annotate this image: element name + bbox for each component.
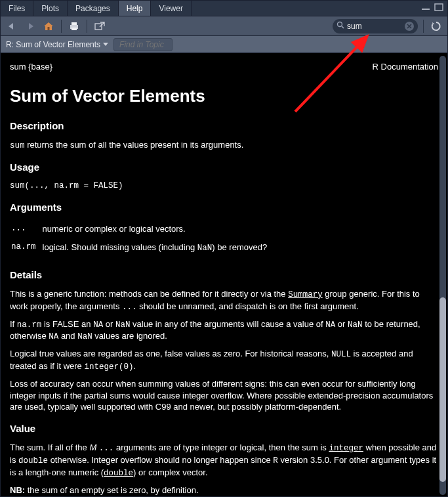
home-button[interactable] bbox=[41, 19, 56, 33]
arg-desc: logical. Should missing values (includin… bbox=[43, 240, 273, 258]
help-content[interactable]: sum {base} R Documentation Sum of Vector… bbox=[1, 53, 447, 497]
details-p3: Logical true values are regarded as one,… bbox=[10, 348, 438, 373]
link-integer[interactable]: integer bbox=[329, 444, 363, 453]
topic-title: R: Sum of Vector Elements bbox=[6, 40, 100, 49]
search-icon bbox=[336, 21, 344, 31]
heading-arguments: Arguments bbox=[10, 201, 438, 214]
doc-tag: sum {base} bbox=[10, 61, 52, 73]
value-p2: NB: the sum of an empty set is zero, by … bbox=[10, 485, 438, 496]
usage-code: sum(..., na.rm = FALSE) bbox=[10, 181, 438, 192]
clear-search-button[interactable] bbox=[405, 22, 414, 31]
arguments-table: ... numeric or complex or logical vector… bbox=[10, 221, 274, 259]
maximize-pane-icon[interactable] bbox=[434, 3, 443, 13]
topic-bar: R: Sum of Vector Elements bbox=[1, 36, 447, 53]
tab-viewer[interactable]: Viewer bbox=[151, 1, 191, 16]
svg-rect-5 bbox=[71, 28, 77, 30]
help-toolbar bbox=[1, 16, 447, 36]
minimize-pane-icon[interactable] bbox=[421, 3, 430, 13]
details-p2: If na.rm is FALSE an NA or NaN value in … bbox=[10, 318, 438, 343]
details-p1: This is a generic function: methods can … bbox=[10, 288, 438, 313]
svg-rect-1 bbox=[435, 4, 443, 11]
search-box[interactable] bbox=[333, 19, 418, 33]
svg-point-7 bbox=[338, 22, 342, 27]
pane-tabs: Files Plots Packages Help Viewer bbox=[1, 1, 447, 16]
heading-description: Description bbox=[10, 119, 438, 133]
link-summary[interactable]: Summary bbox=[288, 290, 323, 299]
arg-name: ... bbox=[11, 222, 41, 239]
heading-value: Value bbox=[10, 422, 438, 435]
print-button[interactable] bbox=[67, 19, 81, 33]
doc-source: R Documentation bbox=[373, 61, 438, 73]
arg-name: na.rm bbox=[11, 240, 41, 258]
chevron-down-icon bbox=[103, 43, 108, 47]
tab-packages[interactable]: Packages bbox=[68, 1, 119, 16]
svg-rect-0 bbox=[422, 9, 430, 10]
heading-details: Details bbox=[10, 269, 438, 282]
tab-plots[interactable]: Plots bbox=[33, 1, 68, 16]
scrollbar-thumb[interactable] bbox=[439, 297, 446, 482]
tab-files[interactable]: Files bbox=[1, 1, 33, 16]
table-row: ... numeric or complex or logical vector… bbox=[11, 222, 272, 239]
new-window-button[interactable] bbox=[92, 19, 107, 33]
table-row: na.rm logical. Should missing values (in… bbox=[11, 240, 272, 258]
page-title: Sum of Vector Elements bbox=[10, 85, 438, 108]
link-double[interactable]: double bbox=[104, 469, 133, 478]
details-p4: Loss of accuracy can occur when summing … bbox=[10, 378, 438, 413]
svg-rect-2 bbox=[48, 27, 50, 30]
desc-text: sum returns the sum of all the values pr… bbox=[10, 139, 438, 152]
heading-usage: Usage bbox=[10, 161, 438, 174]
refresh-button[interactable] bbox=[429, 19, 443, 33]
tab-help[interactable]: Help bbox=[119, 1, 152, 16]
svg-rect-6 bbox=[95, 24, 102, 30]
scrollbar[interactable] bbox=[439, 56, 446, 495]
window-controls bbox=[421, 1, 447, 16]
arg-desc: numeric or complex or logical vectors. bbox=[43, 222, 273, 239]
find-in-topic-input[interactable] bbox=[113, 38, 173, 51]
topic-dropdown[interactable]: R: Sum of Vector Elements bbox=[6, 40, 108, 49]
svg-line-8 bbox=[342, 26, 344, 28]
forward-button[interactable] bbox=[23, 19, 37, 33]
back-button[interactable] bbox=[5, 19, 19, 33]
svg-rect-4 bbox=[71, 22, 77, 25]
search-input[interactable] bbox=[347, 22, 402, 31]
value-p1: The sum. If all of the M ... arguments a… bbox=[10, 442, 438, 479]
